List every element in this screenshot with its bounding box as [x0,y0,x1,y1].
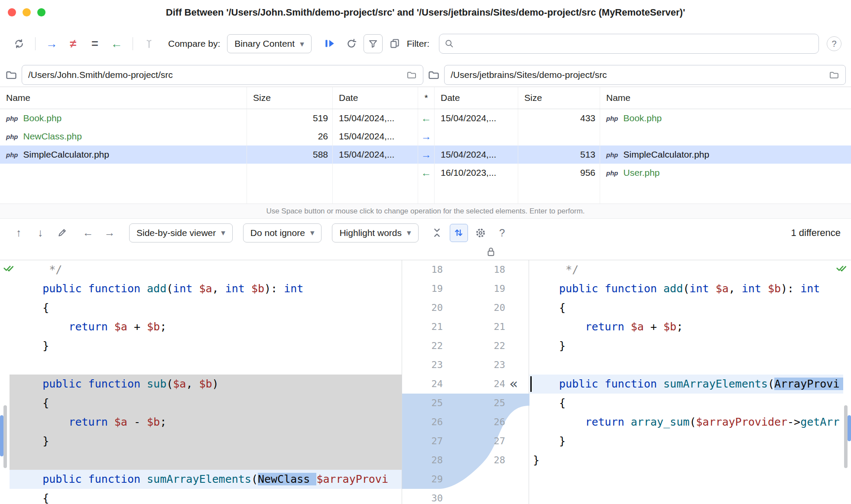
diff-dialog-window: { "window": { "title": "Diff Between '/U… [0,0,851,504]
reload-icon[interactable] [342,34,361,53]
file-name-cell: phpBook.php [600,109,851,127]
chevron-down-icon: ▾ [300,39,304,49]
code-line: { [10,489,402,504]
line-number: 23 [402,355,443,375]
not-equal-filter-button[interactable]: ≠ [64,34,83,53]
browse-folder-icon[interactable] [406,70,417,80]
sync-direction-arrow[interactable]: → [418,145,435,164]
php-file-icon: php [606,169,618,177]
scrollbar-thumb[interactable] [844,405,848,468]
column-header-date-right[interactable]: Date [435,87,518,109]
table-empty-area [0,182,851,204]
right-code-pane[interactable]: */ public function add(int $a, int $b): … [529,260,843,504]
copy-left-operation-button[interactable]: ← [107,34,126,53]
scroll-lock-icon[interactable] [484,245,497,258]
sync-direction-arrow[interactable]: ← [418,164,435,182]
next-difference-button[interactable]: ↓ [31,224,49,242]
file-name: Book.php [624,113,662,123]
table-row[interactable]: ←16/10/2023,...956phpUser.php [0,164,851,182]
code-line [10,451,402,470]
close-window-button[interactable] [8,8,16,16]
chevron-down-icon: ▾ [407,228,411,238]
php-file-icon: php [606,115,618,122]
table-row[interactable]: phpNewClass.php2615/04/2024,...→ [0,127,851,145]
diff-marker[interactable] [848,415,851,441]
scrollbar-thumb[interactable] [3,405,7,468]
line-number: 27 [402,432,443,451]
code-line: return $a + $b; [10,317,402,336]
viewer-mode-value: Side-by-side viewer [136,228,216,238]
compare-by-value: Binary Content [234,39,295,49]
left-path-field[interactable]: /Users/John.Smith/demo-project/src [22,65,423,85]
title-bar: Diff Between '/Users/John.Smith/demo-pro… [0,0,851,25]
column-header-name-left[interactable]: Name [0,87,247,109]
filter-search-field[interactable] [439,34,819,54]
highlight-mode-dropdown[interactable]: Highlight words ▾ [332,223,418,242]
line-number: 22 [462,336,505,355]
compare-by-dropdown[interactable]: Binary Content ▾ [227,34,311,53]
file-name-cell [0,164,247,182]
line-number: 23 [462,355,505,375]
minimize-window-button[interactable] [23,8,31,16]
line-number: 20 [402,298,443,317]
folder-icon [428,69,440,81]
line-number: 19 [462,279,505,298]
folder-icon [5,69,17,81]
column-header-size-right[interactable]: Size [518,87,600,109]
synchronize-all-icon[interactable] [320,34,339,53]
zoom-window-button[interactable] [37,8,45,16]
column-header-date-left[interactable]: Date [333,87,418,109]
settings-gear-icon[interactable] [471,224,490,242]
left-code-pane[interactable]: */ public function add(int $a, int $b): … [10,260,402,504]
line-number: 21 [462,317,505,336]
diff-marker[interactable] [0,415,3,456]
toolbar-separator [133,37,133,50]
text-caret [530,376,532,392]
table-row[interactable]: phpBook.php51915/04/2024,...←15/04/2024,… [0,109,851,127]
hint-bar: Use Space button or mouse click to chang… [0,204,851,219]
column-header-operation[interactable]: * [418,87,435,109]
copy-settings-icon[interactable] [385,34,404,53]
browse-folder-icon[interactable] [829,70,839,80]
line-number: 20 [462,298,505,317]
refresh-icon[interactable] [10,34,29,53]
sync-direction-arrow[interactable]: → [418,127,435,145]
copy-right-operation-button[interactable]: → [42,34,61,53]
merge-operation-icon[interactable] [140,34,159,53]
filter-icon[interactable] [364,34,383,53]
file-name-cell: phpNewClass.php [0,127,247,145]
highlight-mode-value: Highlight words [339,228,402,238]
column-header-size-left[interactable]: Size [247,87,333,109]
left-scrollbar[interactable] [0,260,8,504]
code-line: } [529,432,843,451]
synchronize-scrolling-toggle[interactable] [450,224,468,242]
collapse-unchanged-icon[interactable] [428,224,446,242]
line-number: 30 [402,489,443,504]
right-path-field[interactable]: /Users/jetbrains/Sites/demo-project/src [444,65,846,85]
code-line: public function sumArrayElements(ArrayPr… [529,375,843,394]
chevron-down-icon: ▾ [221,228,225,238]
code-line: } [10,432,402,451]
help-icon[interactable]: ? [827,36,841,51]
code-line: return array_sum($arrayProvider->getArr [529,413,843,432]
right-scrollbar[interactable] [843,260,851,504]
diff-help-icon[interactable]: ? [493,224,511,242]
sync-direction-arrow[interactable]: ← [418,109,435,127]
diff-gutter: 18192021222324252627282930 1819202122232… [402,260,529,504]
file-comparison-table: Name Size Date * Date Size Name phpBook.… [0,87,851,204]
equal-filter-button[interactable]: = [85,34,104,53]
ignore-mode-dropdown[interactable]: Do not ignore ▾ [243,223,322,242]
column-header-name-right[interactable]: Name [600,87,851,109]
file-name: NewClass.php [23,131,82,142]
file-name-cell: phpSimpleCalculator.php [600,145,851,164]
viewer-mode-dropdown[interactable]: Side-by-side viewer ▾ [129,223,233,242]
code-line: } [10,336,402,355]
search-icon [445,39,454,48]
previous-difference-button[interactable]: ↑ [10,224,28,242]
search-input[interactable] [458,39,813,49]
apply-change-chevrons[interactable]: « [510,375,518,394]
edit-icon[interactable] [53,224,71,242]
go-right-button[interactable]: → [101,224,119,242]
table-row[interactable]: phpSimpleCalculator.php58815/04/2024,...… [0,145,851,164]
go-left-button[interactable]: ← [79,224,97,242]
